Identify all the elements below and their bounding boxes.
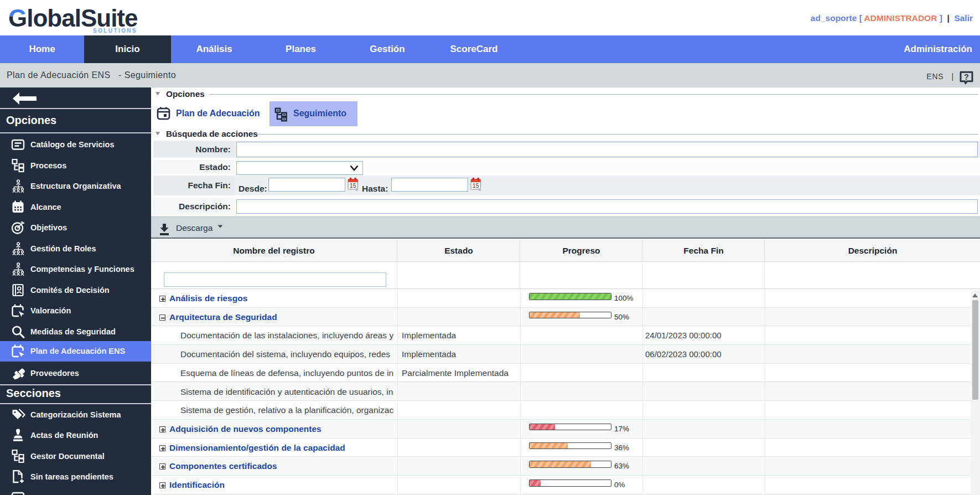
svg-text:?: ? xyxy=(964,73,969,81)
svg-text:15: 15 xyxy=(350,182,356,189)
svg-text:15: 15 xyxy=(473,182,479,189)
